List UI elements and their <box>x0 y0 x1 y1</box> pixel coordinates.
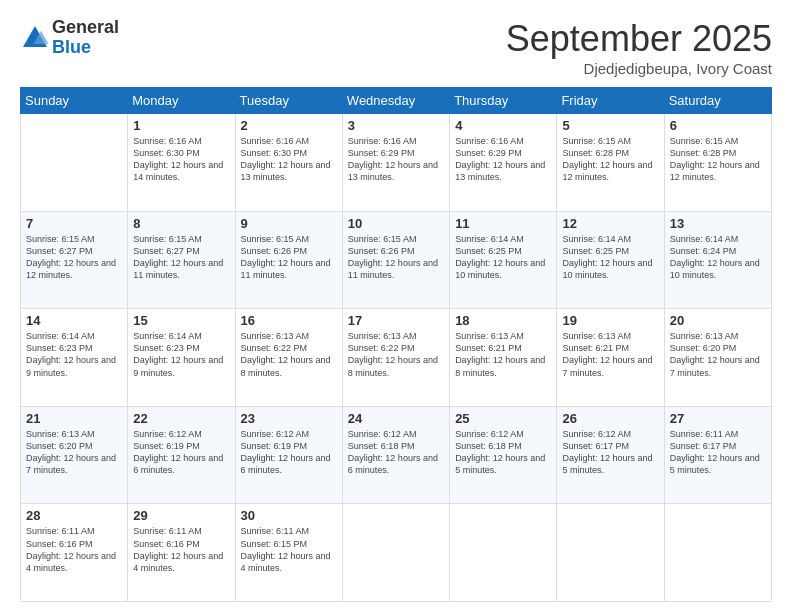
table-row: 22Sunrise: 6:12 AM Sunset: 6:19 PM Dayli… <box>128 406 235 504</box>
header: General Blue September 2025 Djedjedigbeu… <box>20 18 772 77</box>
day-number: 30 <box>241 508 337 523</box>
day-info: Sunrise: 6:13 AM Sunset: 6:20 PM Dayligh… <box>26 428 122 477</box>
day-info: Sunrise: 6:12 AM Sunset: 6:18 PM Dayligh… <box>455 428 551 477</box>
day-number: 22 <box>133 411 229 426</box>
table-row: 28Sunrise: 6:11 AM Sunset: 6:16 PM Dayli… <box>21 504 128 602</box>
table-row: 23Sunrise: 6:12 AM Sunset: 6:19 PM Dayli… <box>235 406 342 504</box>
calendar-week-1: 1Sunrise: 6:16 AM Sunset: 6:30 PM Daylig… <box>21 114 772 212</box>
table-row: 17Sunrise: 6:13 AM Sunset: 6:22 PM Dayli… <box>342 309 449 407</box>
day-number: 12 <box>562 216 658 231</box>
day-info: Sunrise: 6:12 AM Sunset: 6:18 PM Dayligh… <box>348 428 444 477</box>
table-row: 12Sunrise: 6:14 AM Sunset: 6:25 PM Dayli… <box>557 211 664 309</box>
logo: General Blue <box>20 18 119 58</box>
day-number: 29 <box>133 508 229 523</box>
day-number: 15 <box>133 313 229 328</box>
col-friday: Friday <box>557 88 664 114</box>
day-number: 10 <box>348 216 444 231</box>
title-block: September 2025 Djedjedigbeupa, Ivory Coa… <box>506 18 772 77</box>
table-row: 2Sunrise: 6:16 AM Sunset: 6:30 PM Daylig… <box>235 114 342 212</box>
day-info: Sunrise: 6:15 AM Sunset: 6:28 PM Dayligh… <box>562 135 658 184</box>
table-row: 19Sunrise: 6:13 AM Sunset: 6:21 PM Dayli… <box>557 309 664 407</box>
day-number: 8 <box>133 216 229 231</box>
col-monday: Monday <box>128 88 235 114</box>
table-row: 3Sunrise: 6:16 AM Sunset: 6:29 PM Daylig… <box>342 114 449 212</box>
day-number: 7 <box>26 216 122 231</box>
day-info: Sunrise: 6:13 AM Sunset: 6:22 PM Dayligh… <box>241 330 337 379</box>
day-number: 23 <box>241 411 337 426</box>
day-info: Sunrise: 6:15 AM Sunset: 6:28 PM Dayligh… <box>670 135 766 184</box>
day-number: 19 <box>562 313 658 328</box>
table-row <box>557 504 664 602</box>
day-number: 6 <box>670 118 766 133</box>
col-sunday: Sunday <box>21 88 128 114</box>
day-info: Sunrise: 6:16 AM Sunset: 6:29 PM Dayligh… <box>455 135 551 184</box>
table-row: 24Sunrise: 6:12 AM Sunset: 6:18 PM Dayli… <box>342 406 449 504</box>
title-location: Djedjedigbeupa, Ivory Coast <box>506 60 772 77</box>
table-row: 5Sunrise: 6:15 AM Sunset: 6:28 PM Daylig… <box>557 114 664 212</box>
table-row: 11Sunrise: 6:14 AM Sunset: 6:25 PM Dayli… <box>450 211 557 309</box>
day-info: Sunrise: 6:14 AM Sunset: 6:23 PM Dayligh… <box>26 330 122 379</box>
table-row: 10Sunrise: 6:15 AM Sunset: 6:26 PM Dayli… <box>342 211 449 309</box>
table-row: 9Sunrise: 6:15 AM Sunset: 6:26 PM Daylig… <box>235 211 342 309</box>
table-row: 27Sunrise: 6:11 AM Sunset: 6:17 PM Dayli… <box>664 406 771 504</box>
logo-general-text: General <box>52 18 119 38</box>
table-row <box>342 504 449 602</box>
table-row: 18Sunrise: 6:13 AM Sunset: 6:21 PM Dayli… <box>450 309 557 407</box>
table-row: 1Sunrise: 6:16 AM Sunset: 6:30 PM Daylig… <box>128 114 235 212</box>
table-row <box>21 114 128 212</box>
day-info: Sunrise: 6:13 AM Sunset: 6:20 PM Dayligh… <box>670 330 766 379</box>
day-info: Sunrise: 6:11 AM Sunset: 6:16 PM Dayligh… <box>26 525 122 574</box>
day-number: 13 <box>670 216 766 231</box>
page: General Blue September 2025 Djedjedigbeu… <box>0 0 792 612</box>
title-month: September 2025 <box>506 18 772 60</box>
table-row: 7Sunrise: 6:15 AM Sunset: 6:27 PM Daylig… <box>21 211 128 309</box>
col-wednesday: Wednesday <box>342 88 449 114</box>
col-thursday: Thursday <box>450 88 557 114</box>
day-info: Sunrise: 6:15 AM Sunset: 6:27 PM Dayligh… <box>133 233 229 282</box>
day-info: Sunrise: 6:14 AM Sunset: 6:25 PM Dayligh… <box>562 233 658 282</box>
day-number: 2 <box>241 118 337 133</box>
table-row: 26Sunrise: 6:12 AM Sunset: 6:17 PM Dayli… <box>557 406 664 504</box>
calendar-week-4: 21Sunrise: 6:13 AM Sunset: 6:20 PM Dayli… <box>21 406 772 504</box>
day-info: Sunrise: 6:13 AM Sunset: 6:21 PM Dayligh… <box>455 330 551 379</box>
day-info: Sunrise: 6:12 AM Sunset: 6:19 PM Dayligh… <box>241 428 337 477</box>
table-row <box>664 504 771 602</box>
day-number: 24 <box>348 411 444 426</box>
day-info: Sunrise: 6:15 AM Sunset: 6:26 PM Dayligh… <box>241 233 337 282</box>
day-info: Sunrise: 6:12 AM Sunset: 6:19 PM Dayligh… <box>133 428 229 477</box>
day-number: 5 <box>562 118 658 133</box>
day-number: 27 <box>670 411 766 426</box>
day-number: 9 <box>241 216 337 231</box>
calendar-week-5: 28Sunrise: 6:11 AM Sunset: 6:16 PM Dayli… <box>21 504 772 602</box>
table-row: 29Sunrise: 6:11 AM Sunset: 6:16 PM Dayli… <box>128 504 235 602</box>
day-info: Sunrise: 6:11 AM Sunset: 6:17 PM Dayligh… <box>670 428 766 477</box>
table-row: 14Sunrise: 6:14 AM Sunset: 6:23 PM Dayli… <box>21 309 128 407</box>
day-info: Sunrise: 6:15 AM Sunset: 6:27 PM Dayligh… <box>26 233 122 282</box>
table-row: 6Sunrise: 6:15 AM Sunset: 6:28 PM Daylig… <box>664 114 771 212</box>
day-number: 25 <box>455 411 551 426</box>
day-info: Sunrise: 6:11 AM Sunset: 6:15 PM Dayligh… <box>241 525 337 574</box>
logo-blue-text: Blue <box>52 38 119 58</box>
day-info: Sunrise: 6:12 AM Sunset: 6:17 PM Dayligh… <box>562 428 658 477</box>
day-info: Sunrise: 6:14 AM Sunset: 6:23 PM Dayligh… <box>133 330 229 379</box>
col-saturday: Saturday <box>664 88 771 114</box>
logo-icon <box>20 23 50 53</box>
table-row <box>450 504 557 602</box>
table-row: 20Sunrise: 6:13 AM Sunset: 6:20 PM Dayli… <box>664 309 771 407</box>
day-number: 26 <box>562 411 658 426</box>
day-number: 21 <box>26 411 122 426</box>
day-number: 4 <box>455 118 551 133</box>
day-info: Sunrise: 6:13 AM Sunset: 6:21 PM Dayligh… <box>562 330 658 379</box>
day-info: Sunrise: 6:11 AM Sunset: 6:16 PM Dayligh… <box>133 525 229 574</box>
calendar-week-3: 14Sunrise: 6:14 AM Sunset: 6:23 PM Dayli… <box>21 309 772 407</box>
day-number: 16 <box>241 313 337 328</box>
table-row: 16Sunrise: 6:13 AM Sunset: 6:22 PM Dayli… <box>235 309 342 407</box>
logo-text: General Blue <box>52 18 119 58</box>
day-info: Sunrise: 6:14 AM Sunset: 6:25 PM Dayligh… <box>455 233 551 282</box>
day-number: 11 <box>455 216 551 231</box>
day-info: Sunrise: 6:16 AM Sunset: 6:29 PM Dayligh… <box>348 135 444 184</box>
calendar-week-2: 7Sunrise: 6:15 AM Sunset: 6:27 PM Daylig… <box>21 211 772 309</box>
calendar-header-row: Sunday Monday Tuesday Wednesday Thursday… <box>21 88 772 114</box>
day-number: 1 <box>133 118 229 133</box>
table-row: 4Sunrise: 6:16 AM Sunset: 6:29 PM Daylig… <box>450 114 557 212</box>
